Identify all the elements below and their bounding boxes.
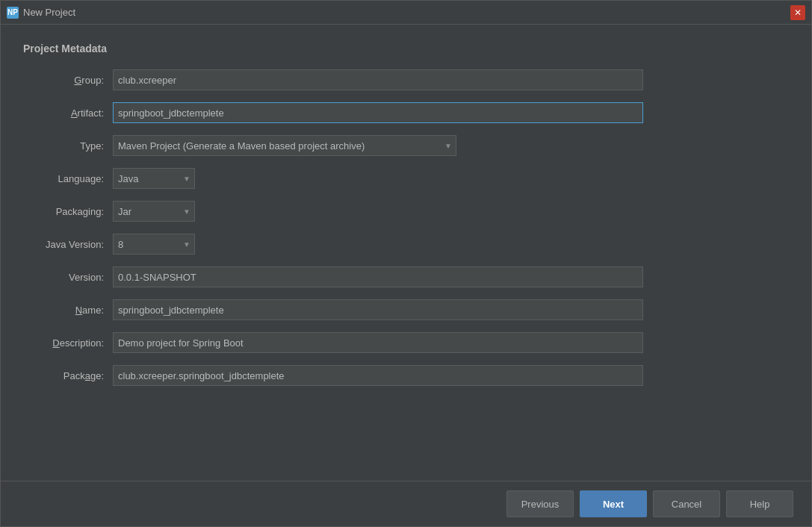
package-row: Package: [23,365,789,386]
help-button[interactable]: Help [726,490,793,517]
language-select-wrapper: Java Kotlin Groovy [113,168,195,189]
cancel-button[interactable]: Cancel [653,490,720,517]
package-label: Package: [23,370,113,381]
description-row: Description: [23,332,789,353]
version-input[interactable] [113,266,643,287]
section-title: Project Metadata [23,43,789,54]
new-project-dialog: NP New Project ✕ Project Metadata Group:… [0,0,812,527]
type-select-wrapper: Maven Project (Generate a Maven based pr… [113,135,456,156]
java-version-label: Java Version: [23,239,113,250]
next-button[interactable]: Next [580,490,647,517]
name-input[interactable] [113,299,643,320]
version-label: Version: [23,272,113,283]
description-input[interactable] [113,332,643,353]
title-bar: NP New Project ✕ [1,1,811,25]
language-row: Language: Java Kotlin Groovy [23,168,789,189]
name-label: Name: [23,305,113,316]
app-icon: NP [7,7,19,19]
packaging-row: Packaging: Jar War [23,201,789,222]
artifact-input[interactable] [113,102,643,123]
type-label: Type: [23,140,113,152]
type-select[interactable]: Maven Project (Generate a Maven based pr… [113,135,456,156]
name-row: Name: [23,299,789,320]
java-version-select[interactable]: 8 11 17 [113,234,195,255]
version-row: Version: [23,266,789,287]
dialog-footer: Previous Next Cancel Help [1,481,811,526]
language-select[interactable]: Java Kotlin Groovy [113,168,195,189]
artifact-label: Artifact: [23,107,113,119]
artifact-row: Artifact: [23,102,789,123]
previous-button[interactable]: Previous [506,490,574,517]
group-label: Group: [23,75,113,86]
group-row: Group: [23,69,789,90]
title-bar-left: NP New Project [7,7,75,19]
java-version-select-wrapper: 8 11 17 [113,234,195,255]
packaging-select[interactable]: Jar War [113,201,195,222]
packaging-select-wrapper: Jar War [113,201,195,222]
type-row: Type: Maven Project (Generate a Maven ba… [23,135,789,156]
packaging-label: Packaging: [23,206,113,217]
group-input[interactable] [113,69,643,90]
java-version-row: Java Version: 8 11 17 [23,234,789,255]
language-label: Language: [23,173,113,184]
description-label: Description: [23,337,113,349]
close-button[interactable]: ✕ [790,5,805,20]
dialog-content: Project Metadata Group: Artifact: Type: … [1,25,811,481]
package-input[interactable] [113,365,643,386]
window-title: New Project [23,7,75,18]
